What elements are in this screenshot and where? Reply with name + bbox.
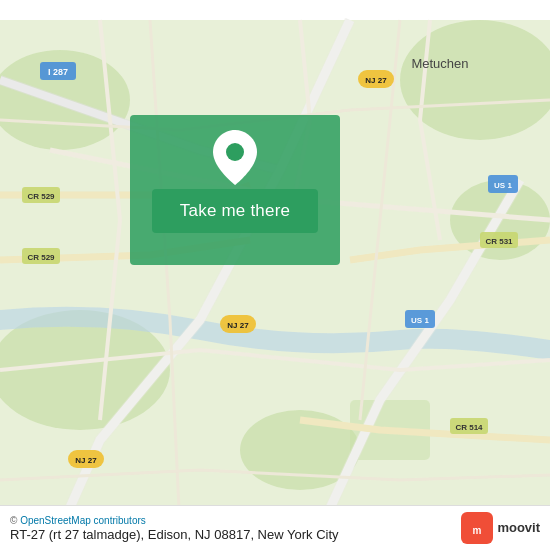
button-overlay: Take me there	[130, 130, 340, 233]
svg-text:US 1: US 1	[411, 316, 429, 325]
svg-text:I 287: I 287	[48, 67, 68, 77]
svg-point-29	[226, 143, 244, 161]
moovit-text: moovit	[497, 520, 540, 536]
map-background: I 287 NJ 27 NJ 27 NJ 27	[0, 0, 550, 550]
bottom-bar: © OpenStreetMap contributors RT-27 (rt 2…	[0, 505, 550, 550]
osm-credit: © OpenStreetMap contributors	[10, 515, 339, 526]
copyright-symbol: ©	[10, 515, 17, 526]
location-pin-icon	[213, 130, 257, 185]
svg-text:NJ 27: NJ 27	[227, 321, 249, 330]
moovit-logo: m moovit	[461, 512, 540, 544]
svg-text:CR 529: CR 529	[27, 192, 55, 201]
svg-text:CR 531: CR 531	[485, 237, 513, 246]
svg-text:US 1: US 1	[494, 181, 512, 190]
moovit-logo-icon: m	[461, 512, 493, 544]
address-text: RT-27 (rt 27 talmadge), Edison, NJ 08817…	[10, 527, 339, 542]
osm-link[interactable]: OpenStreetMap contributors	[20, 515, 146, 526]
bottom-info: © OpenStreetMap contributors RT-27 (rt 2…	[10, 515, 339, 542]
svg-text:Metuchen: Metuchen	[411, 56, 468, 71]
svg-text:CR 529: CR 529	[27, 253, 55, 262]
take-me-there-button[interactable]: Take me there	[152, 189, 318, 233]
svg-text:CR 514: CR 514	[455, 423, 483, 432]
map-container: I 287 NJ 27 NJ 27 NJ 27	[0, 0, 550, 550]
svg-text:NJ 27: NJ 27	[75, 456, 97, 465]
svg-text:m: m	[473, 525, 482, 536]
svg-text:NJ 27: NJ 27	[365, 76, 387, 85]
